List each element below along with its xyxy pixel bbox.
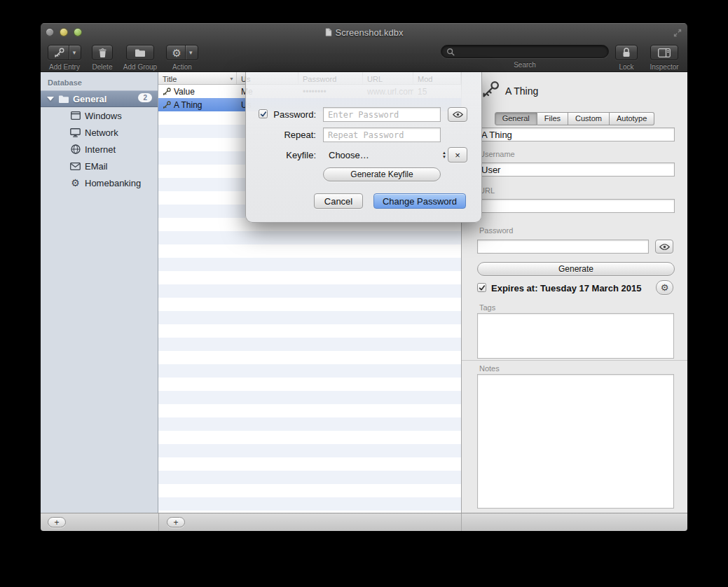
divider — [158, 513, 159, 531]
entry-title: A Thing — [505, 85, 538, 97]
expires-checkbox[interactable] — [477, 283, 486, 292]
lock-button[interactable]: Lock — [612, 45, 640, 71]
gear-icon: ⚙ — [70, 178, 81, 188]
sidebar-item-email[interactable]: EMail — [41, 158, 158, 174]
delete-button[interactable]: Delete — [90, 45, 115, 71]
action-label: Action — [172, 63, 192, 71]
dialog-repeat-input[interactable] — [323, 127, 441, 142]
window-title: Screenshot.kdbx — [336, 27, 404, 38]
eye-icon — [659, 244, 670, 250]
search-input[interactable] — [458, 47, 603, 57]
username-label: Username — [479, 150, 515, 158]
password-settings-button[interactable]: ⚙ — [656, 280, 673, 295]
gear-icon: ⚙ — [661, 282, 669, 293]
key-icon — [163, 101, 171, 109]
tags-label: Tags — [479, 303, 495, 312]
folder-icon — [135, 48, 146, 57]
password-label: Password — [479, 226, 513, 235]
add-group-plus-button[interactable]: + — [48, 517, 66, 527]
add-entry-button[interactable]: ▾ Add Entry — [43, 45, 85, 71]
bottom-bar: + + — [41, 513, 687, 531]
window-icon — [70, 111, 81, 120]
app-window: Screenshot.kdbx ▾ Add Entry — [41, 23, 687, 531]
tab-general[interactable]: General — [495, 112, 537, 125]
cell-title: A Thing — [174, 100, 202, 110]
close-icon: × — [455, 150, 460, 160]
sidebar-item-windows[interactable]: Windows — [41, 107, 158, 124]
section-divider — [462, 360, 687, 361]
sidebar-header: Database — [41, 72, 158, 90]
change-password-dialog: Password: Repeat: Keyfile: Choose… ▲ ▼ ×… — [245, 72, 482, 223]
username-input[interactable] — [477, 163, 675, 177]
chevron-down-icon[interactable]: ▾ — [186, 49, 196, 56]
globe-icon — [70, 144, 81, 154]
notes-box[interactable] — [477, 374, 674, 509]
sidebar-group-general[interactable]: General 2 — [41, 90, 158, 107]
cancel-button[interactable]: Cancel — [314, 193, 363, 209]
inspector-tabs: General Files Custom Autotype — [462, 112, 687, 125]
action-button[interactable]: ⚙ ▾ Action — [164, 45, 200, 71]
sidebar-item-network[interactable]: Network — [41, 124, 158, 141]
tab-files[interactable]: Files — [537, 112, 568, 125]
folder-icon — [58, 95, 69, 104]
keyfile-value: Choose… — [323, 150, 442, 160]
sidebar: Database General 2 Windows Network I — [41, 72, 158, 513]
lock-label: Lock — [619, 63, 633, 71]
tab-custom[interactable]: Custom — [568, 112, 610, 125]
add-group-button[interactable]: Add Group — [119, 45, 161, 71]
search-label: Search — [514, 61, 536, 69]
column-header-title[interactable]: Title ▼ — [158, 72, 237, 84]
group-label: General — [73, 94, 107, 104]
url-input[interactable] — [477, 199, 675, 213]
document-icon — [325, 28, 332, 36]
dialog-password-input[interactable] — [323, 107, 441, 122]
inspector-label: Inspector — [650, 63, 678, 71]
generate-button[interactable]: Generate — [477, 262, 675, 276]
add-group-label: Add Group — [123, 63, 157, 71]
stepper-icon: ▲ ▼ — [442, 151, 446, 159]
window-chrome: Screenshot.kdbx ▾ Add Entry — [41, 23, 687, 72]
clear-keyfile-button[interactable]: × — [448, 147, 467, 163]
password-input[interactable] — [477, 240, 649, 254]
gear-icon: ⚙ — [169, 48, 185, 58]
toolbar: ▾ Add Entry Delete Add Group — [41, 41, 687, 72]
key-icon — [50, 48, 69, 58]
show-password-button[interactable] — [448, 107, 467, 122]
disclosure-triangle-icon[interactable] — [47, 97, 54, 101]
envelope-icon — [70, 163, 81, 170]
trash-icon — [98, 48, 107, 58]
tab-autotype[interactable]: Autotype — [610, 112, 654, 125]
key-icon — [481, 81, 500, 99]
notes-label: Notes — [479, 364, 500, 373]
inspector-panel-icon — [658, 48, 671, 57]
title-input[interactable] — [477, 127, 675, 141]
tags-box[interactable] — [477, 313, 674, 359]
generate-keyfile-button[interactable]: Generate Keyfile — [323, 167, 441, 181]
inspector-toggle-button[interactable]: Inspector — [645, 45, 684, 71]
cell-title: Value — [174, 87, 195, 97]
show-password-button[interactable] — [655, 240, 673, 254]
add-entry-label: Add Entry — [49, 63, 80, 71]
dialog-keyfile-label: Keyfile: — [252, 150, 316, 160]
keyfile-popup[interactable]: Choose… ▲ ▼ — [323, 147, 448, 163]
sidebar-item-homebanking[interactable]: ⚙ Homebanking — [41, 174, 158, 191]
check-icon — [479, 284, 486, 291]
eye-icon — [453, 111, 463, 118]
chevron-down-icon[interactable]: ▾ — [69, 49, 80, 56]
delete-label: Delete — [92, 63, 113, 71]
expires-label: Expires at: Tuesday 17 March 2015 — [491, 283, 641, 294]
fullscreen-icon[interactable] — [673, 29, 682, 37]
dialog-repeat-label: Repeat: — [252, 130, 316, 140]
monitor-icon — [70, 128, 81, 137]
dialog-password-label: Password: — [252, 109, 316, 120]
sort-icon: ▼ — [229, 76, 234, 81]
lock-icon — [622, 48, 631, 57]
sidebar-item-internet[interactable]: Internet — [41, 141, 158, 158]
change-password-button[interactable]: Change Password — [373, 193, 466, 209]
search-field[interactable]: Search — [437, 45, 612, 69]
add-entry-plus-button[interactable]: + — [167, 517, 185, 527]
divider — [461, 513, 462, 531]
group-badge: 2 — [138, 93, 152, 102]
inspector-panel: A Thing General Files Custom Autotype Us… — [461, 72, 687, 513]
titlebar[interactable]: Screenshot.kdbx — [41, 23, 687, 41]
